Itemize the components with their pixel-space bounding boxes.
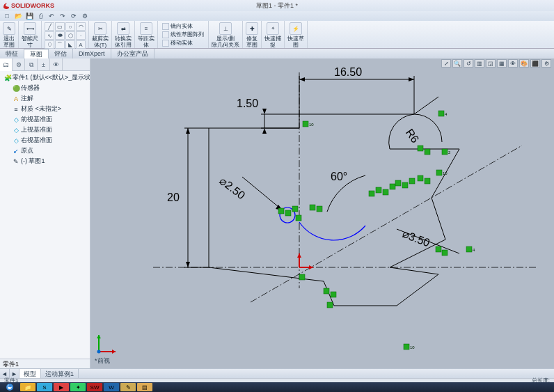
relations-button[interactable]: ⊥显示/删 除几何关系: [212, 22, 239, 48]
svg-marker-70: [112, 350, 116, 354]
tree-top-plane[interactable]: ◇上视基准面: [1, 125, 88, 135]
title-bar: SOLIDWORKS 草图1 - 零件1 *: [0, 0, 554, 11]
spline-tool[interactable]: ∿: [45, 31, 54, 40]
ellipse-tool[interactable]: ⬯: [45, 40, 54, 49]
tree-sketch1[interactable]: ✎(-) 草图1: [1, 156, 88, 166]
tree-origin[interactable]: ↙原点: [1, 146, 88, 156]
tab-features[interactable]: 特征: [0, 49, 24, 58]
offset-button[interactable]: ≡等距实 体: [138, 22, 155, 48]
svg-marker-14: [262, 109, 267, 114]
graphics-area[interactable]: ⤢ 🔍 ↺ ▥ ◲ ▦ 👁 🎨 ⬛ ⚙: [90, 58, 554, 368]
arc-tool[interactable]: ◠: [76, 22, 86, 31]
qat-undo[interactable]: ↶: [47, 12, 56, 20]
svg-rect-40: [442, 149, 448, 155]
svg-text:⌀2.50: ⌀2.50: [217, 175, 247, 202]
svg-marker-32: [309, 265, 313, 269]
qat-rebuild[interactable]: ⟳: [70, 12, 78, 20]
taskbar-solidworks[interactable]: SW: [87, 383, 102, 391]
dim-60deg[interactable]: 60°: [327, 171, 365, 212]
tab-dimxpert[interactable]: DimXpert: [73, 49, 111, 58]
taskbar-word[interactable]: W: [104, 383, 119, 391]
slot-tool[interactable]: ⬬: [55, 31, 65, 40]
tree-front-plane[interactable]: ◇前视基准面: [1, 114, 88, 125]
rapid-sketch-button[interactable]: ⚡快速草 图: [287, 22, 304, 48]
app-name: SOLIDWORKS: [11, 2, 54, 9]
point-tool[interactable]: ·: [76, 31, 86, 40]
feature-manager-tab[interactable]: 🗂: [0, 58, 13, 71]
taskbar-app-1[interactable]: S: [37, 383, 52, 391]
svg-line-2: [251, 146, 522, 302]
configuration-manager-tab[interactable]: ⧉: [25, 58, 38, 71]
svg-rect-63: [299, 274, 305, 280]
tree-right-plane[interactable]: ◇右视基准面: [1, 135, 88, 146]
display-manager-tab[interactable]: 👁: [50, 58, 63, 71]
svg-rect-49: [376, 187, 381, 193]
dim-dia2p5[interactable]: ⌀2.50: [217, 175, 283, 210]
qat-print[interactable]: ⎙: [36, 12, 45, 20]
svg-text:1.50: 1.50: [237, 97, 258, 109]
taskbar-app-2[interactable]: ▶: [54, 383, 69, 391]
svg-text:R6: R6: [404, 127, 422, 146]
taskbar-app-3[interactable]: ✦: [70, 383, 86, 391]
svg-text:4: 4: [473, 248, 475, 252]
tree-root[interactable]: 🧩零件1 (默认<<默认>_显示状态: [1, 72, 88, 83]
svg-rect-50: [383, 189, 388, 195]
quicksnap-button[interactable]: ⌖快速捕 捉: [264, 22, 281, 48]
smart-dimension-button[interactable]: ⟷智能尺 寸: [22, 22, 38, 48]
move-entities-button[interactable]: 移动实体: [161, 39, 205, 47]
trim-button[interactable]: ✂裁剪实 体(T): [92, 22, 109, 48]
manager-tabs: 🗂 ⚙ ⧉ ± 👁: [0, 58, 90, 71]
chamfer-tool[interactable]: ◣: [65, 40, 75, 49]
tree-sensors[interactable]: 🟢传感器: [1, 83, 88, 93]
feature-tree[interactable]: 🧩零件1 (默认<<默认>_显示状态 🟢传感器 A注解 ≡材质 <未指定> ◇前…: [0, 71, 90, 359]
bottom-tab-motion[interactable]: 运动算例1: [41, 369, 79, 379]
qat-options[interactable]: ⚙: [81, 12, 89, 20]
app-logo: SOLIDWORKS: [0, 2, 57, 9]
mirror-button[interactable]: 镜向实体: [161, 22, 205, 30]
line-tool[interactable]: ╱: [45, 22, 54, 31]
property-manager-tab[interactable]: ⚙: [13, 58, 25, 71]
dim-16p50[interactable]: 16.50: [299, 66, 414, 114]
svg-marker-72: [97, 335, 101, 338]
tab-office[interactable]: 办公室产品: [111, 49, 155, 58]
text-tool[interactable]: A: [76, 40, 86, 49]
tab-evaluate[interactable]: 评估: [49, 49, 73, 58]
tree-material[interactable]: ≡材质 <未指定>: [1, 104, 88, 114]
qat-redo[interactable]: ↷: [58, 12, 67, 20]
svg-rect-57: [436, 170, 442, 175]
taskbar-app-5[interactable]: ▤: [137, 383, 152, 391]
svg-rect-43: [285, 210, 291, 216]
taskbar-explorer[interactable]: 📁: [20, 383, 35, 391]
ribbon-group-pattern: 镜向实体 线性草图阵列 移动实体: [158, 21, 209, 48]
tree-breadcrumb[interactable]: 零件1: [0, 359, 90, 368]
qat-save[interactable]: 💾: [25, 12, 33, 20]
svg-rect-51: [390, 184, 395, 189]
exit-sketch-button[interactable]: ✎退出 草图: [3, 22, 15, 48]
qat-open[interactable]: 📂: [14, 12, 22, 20]
rect-tool[interactable]: ▭: [55, 22, 65, 31]
qat-new[interactable]: □: [3, 12, 11, 20]
circle-tool[interactable]: ○: [65, 22, 75, 31]
svg-rect-52: [395, 180, 401, 186]
dim-20[interactable]: 20: [167, 128, 209, 267]
fillet-tool[interactable]: ⌒: [55, 40, 65, 49]
svg-text:2: 2: [448, 150, 451, 155]
tree-annotations[interactable]: A注解: [1, 93, 88, 104]
dimxpert-manager-tab[interactable]: ±: [38, 58, 50, 71]
tab-sketch[interactable]: 草图: [24, 49, 49, 58]
dim-r6[interactable]: R6: [404, 127, 422, 146]
svg-rect-47: [317, 206, 322, 212]
ribbon-tabstrip: 特征 草图 评估 DimXpert 办公室产品: [0, 49, 554, 58]
polygon-tool[interactable]: ⬡: [65, 31, 75, 40]
repair-button[interactable]: ✚修复 草图: [246, 22, 258, 48]
relation-markers: 10 4 2 10: [278, 111, 475, 350]
taskbar-app-4[interactable]: ✎: [120, 383, 136, 391]
bottom-tab-model[interactable]: 模型: [19, 369, 41, 379]
linear-pattern-button[interactable]: 线性草图阵列: [161, 31, 205, 38]
start-button[interactable]: [0, 382, 19, 392]
dim-dia3p5[interactable]: ⌀3.50: [397, 228, 459, 253]
convert-button[interactable]: ⇄转换实 体引用: [115, 22, 132, 48]
svg-rect-39: [425, 149, 430, 155]
svg-text:60°: 60°: [331, 171, 347, 182]
svg-rect-42: [278, 208, 284, 214]
